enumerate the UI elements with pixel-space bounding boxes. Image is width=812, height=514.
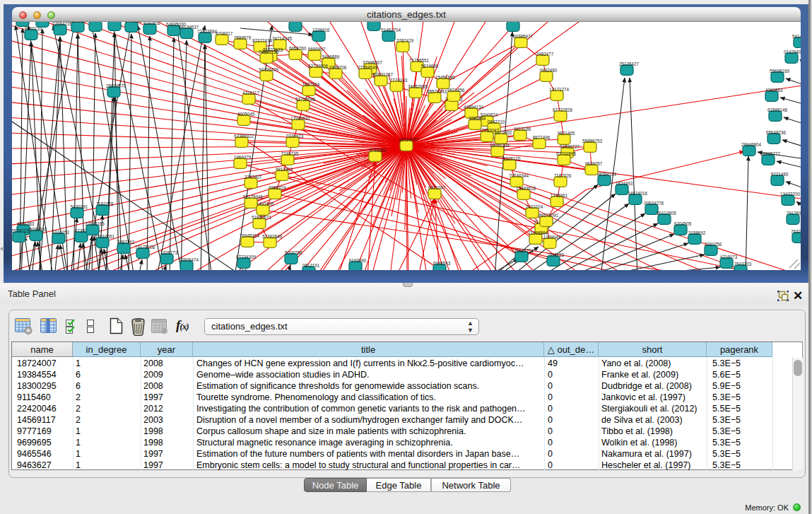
svg-text:86578091: 86578091 — [539, 213, 559, 218]
svg-text:0932480: 0932480 — [540, 68, 558, 73]
svg-text:34714345: 34714345 — [272, 36, 293, 41]
svg-text:4896383: 4896383 — [17, 221, 35, 226]
svg-text:7193745: 7193745 — [281, 151, 299, 156]
svg-text:60385977: 60385977 — [513, 34, 534, 39]
svg-text:73178108: 73178108 — [135, 245, 155, 250]
svg-text:8708317: 8708317 — [216, 31, 233, 36]
svg-text:80831367: 80831367 — [373, 72, 394, 77]
svg-text:57262849: 57262849 — [262, 234, 283, 239]
svg-text:67010651: 67010651 — [95, 234, 115, 239]
svg-text:5430391: 5430391 — [71, 204, 88, 209]
svg-text:55886753: 55886753 — [582, 139, 603, 144]
svg-text:28809570: 28809570 — [106, 83, 126, 88]
svg-text:55698169: 55698169 — [770, 69, 790, 74]
svg-text:0812191: 0812191 — [302, 263, 320, 268]
svg-text:37996507: 37996507 — [363, 60, 383, 65]
svg-text:13171274: 13171274 — [549, 87, 570, 92]
svg-text:1226916: 1226916 — [312, 28, 330, 33]
svg-text:4060883: 4060883 — [765, 88, 783, 93]
svg-text:1031051: 1031051 — [52, 230, 70, 235]
svg-text:2328120: 2328120 — [503, 156, 521, 161]
svg-text:80112805: 80112805 — [657, 211, 676, 216]
svg-text:9743953: 9743953 — [369, 148, 387, 153]
svg-text:82175946: 82175946 — [243, 194, 264, 199]
svg-text:4192832: 4192832 — [143, 22, 161, 25]
svg-text:2421024: 2421024 — [526, 204, 543, 209]
svg-text:2260256: 2260256 — [705, 242, 722, 247]
svg-text:65648236: 65648236 — [766, 130, 787, 135]
svg-text:27354549: 27354549 — [358, 65, 378, 70]
svg-text:3387262: 3387262 — [117, 240, 135, 245]
svg-text:02654235: 02654235 — [52, 22, 73, 26]
svg-text:4216073: 4216073 — [720, 255, 738, 259]
svg-text:3747407: 3747407 — [245, 175, 262, 180]
svg-text:54145868: 54145868 — [792, 34, 801, 39]
svg-text:1399049: 1399049 — [543, 235, 561, 240]
svg-text:76320163: 76320163 — [791, 229, 801, 234]
svg-text:4966319: 4966319 — [269, 185, 286, 190]
svg-text:49894134: 49894134 — [464, 105, 484, 110]
svg-text:29946804: 29946804 — [741, 142, 762, 147]
svg-text:7889579: 7889579 — [234, 35, 252, 40]
svg-text:7991183: 7991183 — [547, 252, 565, 257]
svg-text:5466889: 5466889 — [322, 54, 340, 59]
svg-text:1326773: 1326773 — [160, 250, 178, 255]
svg-text:8721489: 8721489 — [771, 172, 789, 177]
svg-text:00524278: 00524278 — [644, 201, 664, 206]
svg-text:99091334: 99091334 — [490, 143, 510, 148]
svg-text:36995777: 36995777 — [760, 151, 781, 156]
svg-text:34874016: 34874016 — [628, 191, 648, 196]
svg-text:8148932: 8148932 — [507, 22, 524, 23]
svg-text:6658760: 6658760 — [289, 46, 307, 51]
svg-text:9521456: 9521456 — [447, 88, 465, 93]
svg-text:74367136: 74367136 — [259, 49, 279, 54]
svg-text:87277434: 87277434 — [252, 38, 273, 43]
svg-text:94406409: 94406409 — [259, 67, 279, 72]
svg-text:7346706: 7346706 — [329, 65, 347, 70]
svg-text:3285884: 3285884 — [469, 116, 486, 121]
svg-text:72423884: 72423884 — [197, 29, 218, 34]
svg-text:61595148: 61595148 — [767, 107, 788, 112]
svg-text:7770143: 7770143 — [390, 78, 408, 83]
svg-text:4005045: 4005045 — [237, 112, 255, 117]
svg-text:34957885: 34957885 — [408, 84, 428, 89]
svg-text:6193990: 6193990 — [349, 258, 367, 263]
svg-text:9821465: 9821465 — [558, 131, 575, 136]
svg-text:4316117: 4316117 — [242, 90, 260, 95]
svg-text:9636057: 9636057 — [585, 161, 603, 166]
svg-text:5674680: 5674680 — [421, 64, 439, 69]
svg-text:98084124: 98084124 — [596, 172, 617, 177]
svg-text:34624751: 34624751 — [514, 248, 534, 253]
svg-text:5098393: 5098393 — [30, 227, 47, 232]
svg-text:1671902: 1671902 — [495, 130, 512, 135]
svg-text:53755646: 53755646 — [295, 97, 316, 102]
svg-text:13493618: 13493618 — [516, 186, 536, 191]
svg-text:6690967: 6690967 — [308, 47, 326, 52]
svg-text:9912419: 9912419 — [276, 167, 293, 172]
svg-text:71756551: 71756551 — [409, 58, 430, 63]
svg-text:1491905: 1491905 — [257, 201, 274, 206]
svg-text:67737826: 67737826 — [553, 107, 573, 112]
svg-text:6475255: 6475255 — [125, 22, 143, 23]
svg-text:3158692: 3158692 — [688, 230, 706, 235]
svg-text:79740344: 79740344 — [509, 173, 529, 178]
svg-text:7917693: 7917693 — [787, 211, 801, 216]
svg-text:6998543: 6998543 — [433, 261, 451, 266]
svg-text:8677496: 8677496 — [533, 135, 551, 140]
svg-text:18724007: 18724007 — [399, 137, 419, 142]
svg-text:76945314: 76945314 — [240, 233, 260, 238]
svg-text:17080531: 17080531 — [290, 116, 311, 121]
svg-text:1824493: 1824493 — [616, 181, 633, 186]
svg-text:01429401: 01429401 — [784, 49, 801, 54]
svg-text:64139537: 64139537 — [179, 25, 199, 30]
svg-text:7187026: 7187026 — [554, 173, 572, 178]
svg-text:9413186: 9413186 — [514, 127, 531, 132]
svg-text:1615594: 1615594 — [71, 22, 89, 23]
svg-text:5009788: 5009788 — [285, 250, 302, 255]
svg-text:15451680: 15451680 — [435, 75, 456, 80]
svg-text:87234309: 87234309 — [236, 255, 257, 259]
svg-text:04499727: 04499727 — [560, 144, 580, 149]
svg-text:1627204: 1627204 — [302, 82, 320, 87]
svg-text:13433200: 13433200 — [780, 192, 801, 197]
svg-text:37631165: 37631165 — [85, 221, 105, 226]
